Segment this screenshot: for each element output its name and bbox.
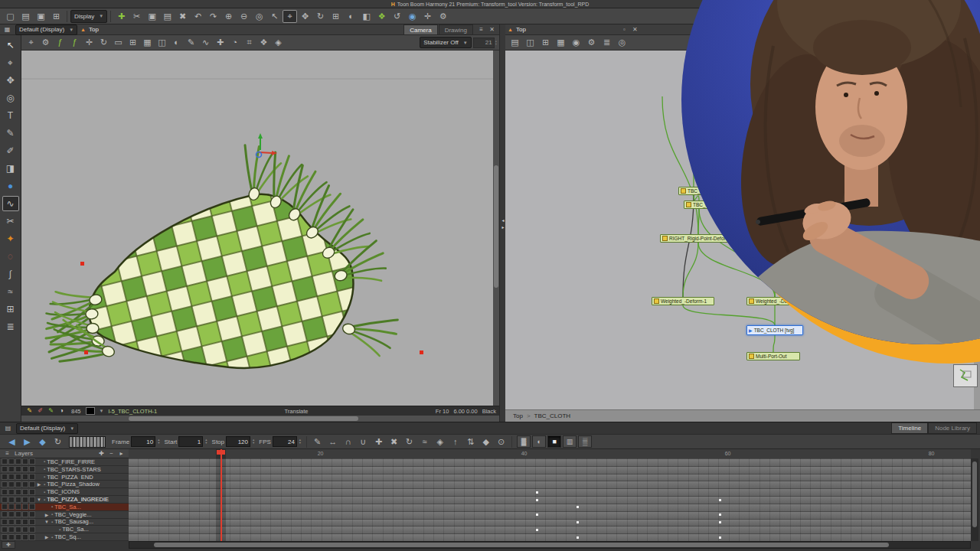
function-curve-icon[interactable]: ƒ	[67, 36, 82, 49]
order-icon[interactable]: ≣	[599, 36, 614, 49]
delete-keyframe-icon[interactable]: ✖	[387, 435, 401, 448]
timeline-display-dropdown[interactable]: Default (Display) ▼	[16, 423, 78, 434]
layer-toggle-icon[interactable]	[8, 527, 15, 533]
transform-tool[interactable]: ⌖	[2, 55, 19, 70]
layer-row[interactable]: ▶▪TBC_Sq...	[0, 533, 129, 541]
layer-row[interactable]: ▪TBC_Sa...	[0, 504, 129, 511]
spinner[interactable]: ▴▾	[158, 439, 159, 445]
layer-toggle-icon[interactable]	[8, 481, 15, 487]
start-field[interactable]: Start1▴▾	[164, 436, 207, 447]
layers-menu-icon[interactable]: ≡	[2, 449, 12, 458]
morph-tool[interactable]: ≈	[2, 284, 19, 299]
camera-display-dropdown[interactable]: Default (Display) ▼	[15, 24, 77, 35]
pencil-icon[interactable]: ✎	[184, 36, 198, 49]
field-value[interactable]: 1	[178, 436, 203, 447]
timeline-exposure-bar[interactable]	[129, 474, 971, 481]
layer-toggle-icon[interactable]	[8, 519, 15, 525]
camera-horizontal-scrollbar[interactable]	[21, 416, 499, 422]
timeline-exposure-bar[interactable]	[129, 496, 971, 504]
layer-toggle-icon[interactable]	[2, 511, 8, 517]
layer-toggle-icon[interactable]	[2, 466, 8, 472]
layer-toggle-icon[interactable]	[15, 466, 21, 472]
scope-icon[interactable]: ⊙	[494, 435, 508, 448]
delete-icon[interactable]: ✖	[175, 10, 190, 23]
grid-tool[interactable]: ⊞	[2, 302, 19, 317]
layer-toggle-icon[interactable]	[8, 466, 15, 472]
timeline-vertical-scrollbar[interactable]	[971, 458, 978, 541]
layer-toggle-icon[interactable]	[8, 497, 15, 503]
layer-row[interactable]: ▪TBC_ICONS	[0, 488, 129, 496]
layer-row[interactable]: ▪TBC_Sa...	[0, 526, 129, 533]
expand-arrow-icon[interactable]: ▶	[44, 512, 50, 517]
ease-out-icon[interactable]: ∪	[356, 435, 371, 448]
onion-skin-icon[interactable]: ◐	[344, 10, 358, 23]
eraser-tool[interactable]: ◨	[2, 161, 19, 176]
layer-toggle-icon[interactable]	[2, 534, 8, 540]
hand-icon[interactable]: ✥	[298, 10, 312, 23]
layer-toggle-icon[interactable]	[22, 534, 28, 540]
frame-preview-widget[interactable]	[69, 436, 106, 448]
layer-toggle-icon[interactable]	[29, 481, 35, 487]
select-tool[interactable]: ↖	[2, 37, 19, 53]
layer-toggle-icon[interactable]	[15, 504, 21, 510]
cutter-tool[interactable]: ✂	[2, 214, 19, 229]
splitter-collapse-left-icon[interactable]: ◂	[501, 217, 504, 223]
spinner[interactable]: ▴▾	[299, 439, 301, 445]
add-keyframe-icon[interactable]: ✚	[371, 435, 386, 448]
import-icon[interactable]: ⊞	[49, 10, 64, 23]
field-value[interactable]: 120	[226, 436, 250, 447]
marker-icon[interactable]: ◈	[433, 435, 447, 448]
stabilizer-value-field[interactable]: 21	[473, 37, 495, 48]
chevron-down-icon[interactable]: ▼	[100, 409, 104, 413]
palette-status-icon[interactable]: ◑	[57, 407, 67, 416]
grid-icon[interactable]: ⊞	[328, 10, 343, 23]
layer-toggle-icon[interactable]	[2, 481, 8, 487]
expand-arrow-icon[interactable]: ▶	[36, 481, 42, 487]
layer-toggle-icon[interactable]	[2, 489, 8, 495]
display-dropdown[interactable]: Display ▼	[70, 10, 107, 23]
play-icon[interactable]: ▶	[20, 435, 34, 448]
layer-toggle-icon[interactable]	[15, 497, 21, 503]
field-value[interactable]: 24	[273, 436, 297, 447]
layer-toggle-icon[interactable]	[22, 481, 28, 487]
panel-close-icon[interactable]: ✕	[630, 25, 640, 34]
gear-icon[interactable]: ⚙	[38, 36, 53, 49]
node-multi-port-out[interactable]: Multi-Port-Out	[746, 352, 800, 360]
layer-toggle-icon[interactable]	[2, 519, 8, 525]
focus-icon[interactable]: ◉	[569, 36, 583, 49]
ease-in-icon[interactable]: ∩	[341, 435, 355, 448]
timeline-exposure-bar[interactable]	[129, 519, 971, 527]
layer-toggle-icon[interactable]	[2, 497, 8, 503]
current-colour-swatch[interactable]	[86, 407, 95, 415]
layer-row[interactable]: ▪TBC_PIZZA_END	[0, 474, 129, 481]
onion-skin-icon[interactable]: ◐	[169, 36, 184, 49]
keyframe-diamond-icon[interactable]: ◆	[479, 435, 493, 448]
node-tbc-cloth-tvg-[interactable]: ▶TBC_CLOTH [tvg]	[746, 325, 803, 335]
layer-toggle-icon[interactable]	[29, 458, 35, 465]
split-view-icon[interactable]: ◫	[155, 36, 169, 49]
layer-row[interactable]: ▪TBC_FIRE_FIRRE	[0, 458, 129, 466]
layer-toggle-icon[interactable]	[22, 511, 28, 517]
shift-up-icon[interactable]: ↑	[448, 435, 462, 448]
save-icon[interactable]: ▣	[34, 10, 48, 23]
loop-icon[interactable]: ↻	[51, 435, 65, 448]
zoom-out-icon[interactable]: ⊖	[237, 10, 251, 23]
timeline-exposure-bar[interactable]	[129, 526, 971, 533]
swap-icon[interactable]: ⇅	[463, 435, 478, 448]
layer-toggle-icon[interactable]	[15, 474, 21, 480]
layer-toggle-icon[interactable]	[29, 474, 35, 480]
light-table-icon[interactable]: ◧	[359, 10, 374, 23]
paste-icon[interactable]: ▤	[160, 10, 175, 23]
tab-node-library[interactable]: Node Library	[928, 422, 977, 434]
select-icon[interactable]: ↖	[267, 10, 282, 23]
rotate-view-icon[interactable]: ↻	[313, 10, 328, 23]
timeline-horizontal-scrollbar[interactable]	[129, 541, 971, 549]
layer-toggle-icon[interactable]	[29, 497, 35, 503]
layer-toggle-icon[interactable]	[22, 474, 28, 480]
breadcrumb-root[interactable]: Top	[513, 412, 523, 419]
add-icon[interactable]: ✚	[213, 36, 227, 49]
layer-toggle-icon[interactable]	[29, 489, 35, 495]
add-drawing-icon[interactable]: ✚	[114, 10, 129, 23]
field-value[interactable]: 10	[131, 436, 155, 447]
frame-field[interactable]: Frame10▴▾	[112, 436, 159, 447]
